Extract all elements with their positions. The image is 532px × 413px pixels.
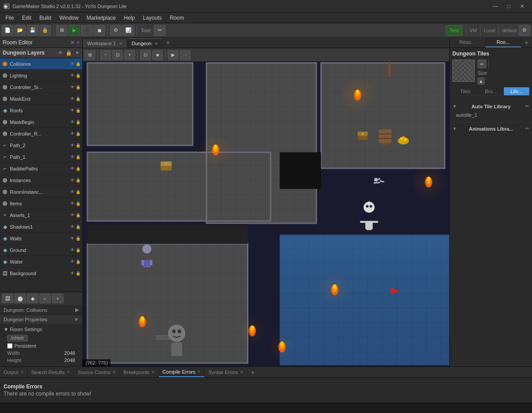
controller-si-lock[interactable]: 🔒 bbox=[76, 85, 81, 89]
layer-roofs[interactable]: ◆ Roofs 👁 🔒 bbox=[0, 105, 82, 116]
tab-add-button[interactable]: + bbox=[163, 38, 174, 48]
layer-baddiepaths[interactable]: ⌐ BaddiePaths 👁 🔒 bbox=[0, 163, 82, 175]
profile-btn[interactable]: 📊 bbox=[123, 25, 134, 36]
animations-edit[interactable]: ✏ bbox=[525, 126, 529, 132]
tab-workspace1[interactable]: Workspace 1 ✕ bbox=[83, 38, 127, 48]
layer-maskbegin[interactable]: MaskBegin 👁 🔒 bbox=[0, 116, 82, 128]
layer-assets1[interactable]: + Assets_1 👁 🔒 bbox=[0, 209, 82, 221]
assets1-lock[interactable]: 🔒 bbox=[76, 213, 81, 217]
panel-add-button[interactable]: + bbox=[77, 39, 80, 46]
canvas-area[interactable]: (762, 775) bbox=[83, 62, 449, 366]
right-tab-resources[interactable]: Reso... bbox=[450, 38, 485, 47]
collisions-eye[interactable]: 👁 bbox=[70, 61, 75, 66]
tab-workspace1-close[interactable]: ✕ bbox=[119, 41, 122, 46]
menu-build[interactable]: Build bbox=[36, 14, 55, 22]
shadows1-eye[interactable]: 👁 bbox=[70, 224, 75, 229]
layer-shadows1[interactable]: ◆ Shadows1 👁 🔒 bbox=[0, 221, 82, 233]
auto-tile-edit[interactable]: ✏ bbox=[525, 103, 529, 109]
background-eye[interactable]: 👁 bbox=[70, 271, 75, 276]
pencil-tool[interactable]: ✏ bbox=[154, 25, 166, 36]
ground-eye[interactable]: 👁 bbox=[70, 247, 75, 252]
menu-edit[interactable]: Edit bbox=[18, 14, 35, 22]
assets1-eye[interactable]: 👁 bbox=[70, 213, 75, 217]
btab-source-close[interactable]: ✕ bbox=[112, 370, 116, 375]
btab-breakpoints-close[interactable]: ✕ bbox=[151, 370, 155, 375]
path2-eye[interactable]: 👁 bbox=[70, 143, 75, 148]
settings-button[interactable]: ⚙ bbox=[519, 25, 530, 36]
items-eye[interactable]: 👁 bbox=[70, 201, 75, 206]
inherit-button[interactable]: Inherit bbox=[7, 335, 28, 341]
play-anim-button[interactable]: ▶ bbox=[168, 50, 179, 60]
layer-add-diamond[interactable]: ◆ bbox=[27, 294, 38, 303]
open-button[interactable]: 📂 bbox=[14, 25, 26, 36]
layer-ground[interactable]: ◆ Ground 👁 🔒 bbox=[0, 244, 82, 256]
new-button[interactable]: 📄 bbox=[2, 25, 13, 36]
roominstance-lock[interactable]: 🔒 bbox=[76, 190, 81, 194]
layer-background[interactable]: 🖼 Background 👁 🔒 bbox=[0, 268, 82, 279]
tiles-tab-library[interactable]: Libr... bbox=[504, 87, 529, 95]
layers-expand-icon[interactable]: ▼ bbox=[75, 50, 80, 55]
layer-add-plus[interactable]: + bbox=[52, 294, 64, 303]
water-eye[interactable]: 👁 bbox=[70, 259, 75, 264]
panel-close-button[interactable]: ✕ bbox=[70, 39, 75, 46]
layer-controller-si[interactable]: Controller_Si... 👁 🔒 bbox=[0, 81, 82, 93]
btab-output-close[interactable]: ✕ bbox=[20, 370, 24, 375]
square-button[interactable]: ■ bbox=[152, 50, 163, 60]
layer-maskend[interactable]: MaskEnd 👁 🔒 bbox=[0, 93, 82, 105]
btab-syntax-errors[interactable]: Syntax Errors ✕ bbox=[204, 367, 247, 377]
animations-header[interactable]: ▼ Animations Libra... ✏ bbox=[452, 124, 529, 133]
baddiepaths-eye[interactable]: 👁 bbox=[70, 166, 75, 171]
layer-items[interactable]: Items 👁 🔒 bbox=[0, 198, 82, 209]
test-run-button[interactable]: Test bbox=[446, 25, 463, 36]
ground-lock[interactable]: 🔒 bbox=[76, 248, 81, 252]
btab-source[interactable]: Source Control ✕ bbox=[74, 367, 120, 377]
maximize-button[interactable]: □ bbox=[502, 2, 515, 11]
btab-search[interactable]: Search Results ✕ bbox=[28, 367, 74, 377]
resource-button[interactable]: ⊞ bbox=[56, 25, 68, 36]
room-settings-header[interactable]: ▼ Room Settings bbox=[4, 326, 79, 333]
walls-lock[interactable]: 🔒 bbox=[76, 236, 81, 241]
zoom-out-button[interactable]: − bbox=[100, 50, 111, 60]
lighting-eye[interactable]: 👁 bbox=[70, 73, 75, 78]
shadows1-lock[interactable]: 🔒 bbox=[76, 225, 81, 229]
menu-layouts[interactable]: Layouts bbox=[139, 14, 165, 22]
roofs-lock[interactable]: 🔒 bbox=[76, 108, 81, 113]
more-button[interactable]: ⋯ bbox=[180, 50, 191, 60]
maskend-lock[interactable]: 🔒 bbox=[76, 97, 81, 101]
btab-compile-errors-close[interactable]: ✕ bbox=[197, 369, 200, 374]
menu-help[interactable]: Help bbox=[120, 14, 139, 22]
fit-button[interactable]: ⊡ bbox=[140, 50, 151, 60]
btab-compile-errors[interactable]: Compile Errors ✕ bbox=[159, 367, 204, 377]
layer-collisions[interactable]: Collisions 👁 🔒 bbox=[0, 58, 82, 70]
grid-toggle-button[interactable]: ⊞ bbox=[85, 50, 95, 60]
maskbegin-eye[interactable]: 👁 bbox=[70, 119, 75, 124]
layer-add-circle[interactable]: ⬤ bbox=[14, 294, 26, 303]
zoom-reset-button[interactable]: ⊡ bbox=[112, 50, 123, 60]
debug-button[interactable]: ⬛ bbox=[81, 25, 93, 36]
collisions-lock[interactable]: 🔒 bbox=[76, 62, 81, 66]
layer-path1[interactable]: ⌐ Path_1 👁 🔒 bbox=[0, 151, 82, 163]
size-up[interactable]: ▲ bbox=[477, 77, 485, 85]
menu-room[interactable]: Room bbox=[166, 14, 188, 22]
save-button[interactable]: 🔒 bbox=[39, 25, 51, 36]
layers-lock-icon[interactable]: 🔒 bbox=[66, 50, 72, 56]
water-lock[interactable]: 🔒 bbox=[76, 260, 81, 264]
persistent-checkbox[interactable] bbox=[7, 343, 13, 349]
minimize-button[interactable]: — bbox=[489, 2, 502, 11]
btab-syntax-errors-close[interactable]: ✕ bbox=[240, 370, 243, 375]
layer-add-path[interactable]: ⌐ bbox=[39, 294, 51, 303]
layer-lighting[interactable]: Lighting 👁 🔒 bbox=[0, 70, 82, 81]
layer-water[interactable]: ◆ Water 👁 🔒 bbox=[0, 256, 82, 268]
controller-r-eye[interactable]: 👁 bbox=[70, 131, 75, 136]
btab-output[interactable]: Output ✕ bbox=[0, 367, 28, 377]
right-tab-add[interactable]: + bbox=[521, 38, 532, 47]
background-lock[interactable]: 🔒 bbox=[76, 271, 81, 276]
save-all-button[interactable]: 💾 bbox=[27, 25, 38, 36]
layer-walls[interactable]: ◆ Walls 👁 🔒 bbox=[0, 233, 82, 244]
controller-r-lock[interactable]: 🔒 bbox=[76, 132, 81, 136]
controller-si-eye[interactable]: 👁 bbox=[70, 85, 75, 89]
maskend-eye[interactable]: 👁 bbox=[70, 96, 75, 101]
baddiepaths-lock[interactable]: 🔒 bbox=[76, 166, 81, 171]
layers-eye-icon[interactable]: 👁 bbox=[58, 50, 63, 56]
path1-lock[interactable]: 🔒 bbox=[76, 155, 81, 159]
